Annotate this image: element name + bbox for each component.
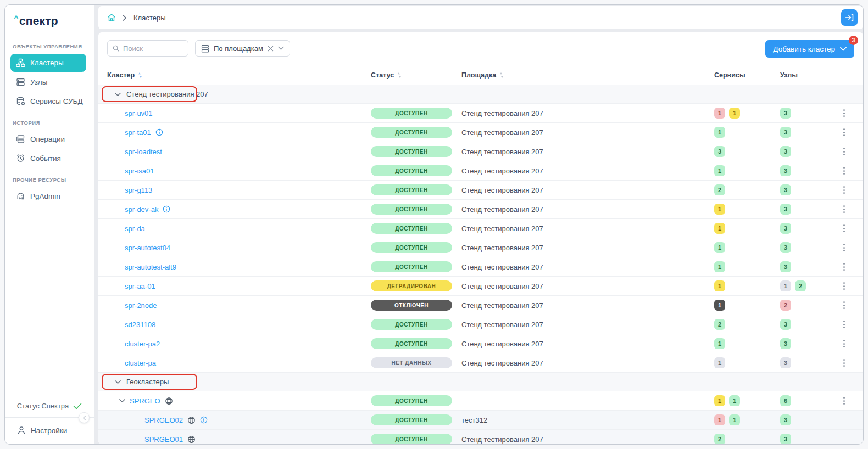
sidebar-item-db-services[interactable]: Сервисы СУБД — [10, 92, 86, 110]
sidebar-item-label: PgAdmin — [30, 192, 60, 200]
cluster-link[interactable]: spr-autotest-alt9 — [125, 263, 176, 271]
breadcrumb-bar: Кластеры — [98, 6, 863, 29]
pgadmin-elephant-icon — [16, 192, 25, 201]
group-row[interactable]: Геокластеры — [98, 373, 863, 391]
group-row[interactable]: Стенд тестирования 207 — [98, 85, 863, 104]
table-row: cluster-pa2 ДОСТУПЕН Стенд тестирования … — [98, 334, 863, 353]
cluster-link[interactable]: spr-aa-01 — [125, 282, 155, 290]
nodes-cell: 3 — [780, 357, 838, 368]
grouping-select[interactable]: По площадкам — [195, 40, 290, 57]
row-menu-button[interactable] — [838, 242, 850, 254]
services-badge: 2 — [714, 184, 725, 195]
cluster-link[interactable]: spr-loadtest — [125, 148, 162, 156]
row-menu-button[interactable] — [838, 395, 850, 407]
cluster-link[interactable]: spr-dev-ak — [125, 205, 158, 214]
sidebar-item-clusters[interactable]: Кластеры — [10, 54, 86, 72]
row-menu-button[interactable] — [838, 338, 850, 350]
cluster-link[interactable]: cluster-pa2 — [125, 340, 160, 348]
row-menu-button[interactable] — [838, 184, 850, 196]
services-cell: 1 — [714, 280, 780, 291]
column-header-site[interactable]: Площадка — [461, 71, 714, 79]
row-menu-button[interactable] — [838, 126, 850, 138]
nodes-badge: 6 — [780, 395, 791, 406]
row-menu-button[interactable] — [838, 261, 850, 273]
kebab-menu-icon — [843, 186, 845, 194]
nodes-badge: 3 — [780, 242, 791, 253]
nodes-cell: 3 — [780, 223, 838, 234]
search-input[interactable] — [123, 44, 183, 53]
cluster-link[interactable]: cluster-pa — [125, 359, 156, 367]
row-menu-button[interactable] — [838, 107, 850, 119]
cluster-link[interactable]: spr-ta01 — [125, 128, 151, 137]
info-icon[interactable] — [163, 205, 170, 213]
column-header-status[interactable]: Статус — [371, 71, 461, 79]
chevron-down-icon[interactable] — [119, 399, 125, 403]
logout-button[interactable] — [841, 9, 858, 26]
nodes-cell: 3 — [780, 261, 838, 272]
content-card: По площадкам Добавить кластер 3 — [98, 32, 863, 444]
cluster-link[interactable]: spr-isa01 — [125, 167, 154, 175]
status-badge: ДОСТУПЕН — [371, 204, 452, 215]
status-badge: ДОСТУПЕН — [371, 127, 452, 138]
services-badge: 1 — [714, 300, 725, 311]
status-badge: ДОСТУПЕН — [371, 223, 452, 234]
chevron-down-icon[interactable] — [278, 46, 284, 50]
services-cell: 1 — [714, 165, 780, 176]
chevron-down-icon[interactable] — [115, 92, 121, 97]
cluster-link[interactable]: spr-uv01 — [125, 109, 153, 117]
add-cluster-button[interactable]: Добавить кластер — [765, 40, 854, 58]
cluster-link[interactable]: spr-da — [125, 224, 145, 233]
row-menu-button[interactable] — [838, 222, 850, 234]
sidebar-item-events[interactable]: События — [10, 149, 86, 167]
kebab-menu-icon — [843, 301, 845, 309]
row-menu-button[interactable] — [838, 318, 850, 330]
globe-icon — [187, 435, 196, 444]
info-icon[interactable] — [155, 128, 163, 136]
sidebar-item-nodes[interactable]: Узлы — [10, 73, 86, 91]
site-cell: Стенд тестирования 207 — [461, 128, 714, 137]
services-badge: 1 — [714, 204, 725, 215]
sidebar-collapse-button[interactable] — [79, 412, 90, 423]
row-menu-button[interactable] — [838, 357, 850, 369]
app-frame: ^спектр ОБЪЕКТЫ УПРАВЛЕНИЯ Кластеры Узлы… — [4, 4, 864, 445]
home-icon[interactable] — [107, 13, 116, 22]
add-cluster-label: Добавить кластер — [773, 45, 835, 53]
services-cell: 2 — [714, 319, 780, 330]
status-badge: ДЕГРАДИРОВАН — [371, 280, 452, 291]
status-badge: ДОСТУПЕН — [371, 165, 452, 176]
row-menu-button[interactable] — [838, 299, 850, 311]
group-label: Стенд тестирования 207 — [126, 90, 208, 98]
site-cell: Стенд тестирования 207 — [461, 244, 714, 252]
services-cell: 1 — [714, 242, 780, 253]
cluster-link[interactable]: sd231108 — [125, 321, 155, 329]
row-menu-button[interactable] — [838, 165, 850, 177]
sidebar-divider — [5, 417, 94, 418]
clear-filter-icon[interactable] — [268, 46, 274, 52]
sidebar-item-pgadmin[interactable]: PgAdmin — [10, 187, 86, 205]
row-menu-button[interactable] — [838, 145, 850, 158]
sidebar-nav: ОБЪЕКТЫ УПРАВЛЕНИЯ Кластеры Узлы Сервисы… — [5, 35, 94, 206]
table-row: sd231108 ДОСТУПЕН Стенд тестирования 207… — [98, 315, 863, 334]
info-icon[interactable] — [200, 416, 208, 424]
main-area: Кластеры По площадкам — [94, 5, 863, 444]
toolbar: По площадкам Добавить кластер 3 — [98, 32, 863, 63]
cluster-link[interactable]: SPRGEO01 — [144, 435, 183, 444]
sidebar-item-label: Сервисы СУБД — [30, 97, 83, 105]
sidebar-item-operations[interactable]: Операции — [10, 130, 86, 148]
column-header-cluster[interactable]: Кластер — [107, 71, 371, 79]
kebab-menu-icon — [843, 244, 845, 251]
cluster-link[interactable]: spr-2node — [125, 301, 157, 310]
operations-icon — [16, 134, 25, 144]
row-menu-button[interactable] — [838, 203, 850, 215]
chevron-down-icon[interactable] — [115, 380, 121, 384]
status-badge: ДОСТУПЕН — [371, 434, 452, 444]
site-cell: Стенд тестирования 207 — [461, 435, 714, 444]
cluster-link[interactable]: spr-g113 — [125, 186, 152, 194]
services-cell: 1 — [714, 357, 780, 368]
cluster-link[interactable]: spr-autotest04 — [125, 244, 170, 252]
column-header-nodes: Узлы — [780, 71, 838, 79]
row-menu-button[interactable] — [838, 280, 850, 292]
cluster-link[interactable]: SPRGEO02 — [144, 416, 183, 424]
clusters-icon — [16, 58, 25, 68]
cluster-link[interactable]: SPRGEO — [130, 397, 160, 405]
